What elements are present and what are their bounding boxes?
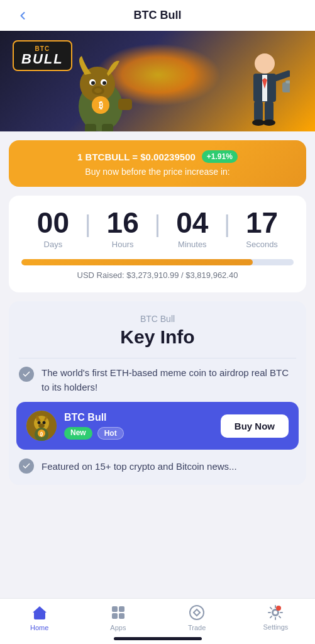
svg-text:₿: ₿ — [99, 100, 103, 110]
btc-bull-tags: New Hot — [64, 427, 124, 440]
divider-2: | — [155, 208, 161, 238]
svg-point-6 — [91, 81, 95, 85]
divider-1: | — [85, 208, 91, 238]
countdown-seconds: 17 Seconds — [230, 208, 294, 249]
trade-icon — [188, 604, 206, 621]
header: BTC Bull — [0, 0, 315, 31]
svg-rect-19 — [285, 80, 290, 84]
nav-label-settings: Settings — [263, 623, 289, 631]
nav-label-trade: Trade — [188, 624, 206, 631]
svg-point-26 — [38, 421, 41, 425]
minutes-value: 04 — [176, 208, 208, 237]
svg-point-13 — [255, 53, 275, 74]
tag-hot: Hot — [97, 427, 124, 440]
svg-point-23 — [263, 119, 275, 126]
buy-now-button[interactable]: Buy Now — [221, 414, 289, 438]
tag-new: New — [64, 427, 92, 440]
progress-container: USD Raised: $3,273,910.99 / $3,819,962.4… — [21, 259, 294, 280]
home-indicator — [114, 637, 202, 640]
days-value: 00 — [37, 208, 69, 237]
svg-rect-10 — [118, 99, 132, 110]
svg-rect-37 — [112, 613, 118, 619]
nav-item-apps[interactable]: Apps — [79, 604, 157, 631]
back-button[interactable] — [13, 6, 33, 26]
home-icon — [31, 604, 48, 621]
progress-fill — [21, 259, 253, 265]
svg-line-17 — [276, 74, 289, 78]
seconds-label: Seconds — [246, 240, 278, 249]
page-title: BTC Bull — [134, 9, 182, 22]
svg-rect-34 — [38, 614, 41, 619]
svg-rect-35 — [112, 606, 118, 612]
key-info-item-1: The world's first ETH-based meme coin to… — [19, 358, 296, 402]
key-info-text-1: The world's first ETH-based meme coin to… — [41, 366, 296, 394]
banner: BTC BULL ₿ — [0, 31, 315, 131]
countdown-days: 00 Days — [21, 208, 85, 249]
btc-bull-avatar: ₿ — [26, 411, 57, 441]
nav-item-settings[interactable]: Settings — [236, 604, 315, 631]
featured-preview: Featured on 15+ top crypto and Bitcoin n… — [19, 450, 296, 485]
progress-track — [21, 259, 294, 265]
countdown-minutes: 04 Minutes — [160, 208, 224, 249]
featured-check-icon — [19, 458, 34, 474]
svg-point-27 — [43, 421, 46, 425]
key-info-subtitle: BTC Bull — [19, 314, 296, 324]
nav-label-home: Home — [30, 624, 48, 631]
hours-label: Hours — [112, 240, 134, 249]
price-text: 1 BTCBULL = $0.00239500 — [77, 152, 196, 162]
svg-rect-21 — [265, 101, 274, 121]
btc-bull-card-left: ₿ BTC Bull New Hot — [26, 411, 124, 441]
check-icon-1 — [19, 367, 34, 382]
countdown-hours: 16 Hours — [91, 208, 155, 249]
minutes-label: Minutes — [178, 240, 207, 249]
btc-bull-card-name: BTC Bull — [64, 412, 124, 423]
svg-rect-11 — [85, 124, 96, 131]
featured-text: Featured on 15+ top crypto and Bitcoin n… — [41, 461, 237, 472]
key-info-title: Key Info — [19, 326, 296, 348]
btc-bull-buy-card: ₿ BTC Bull New Hot Buy Now — [16, 402, 299, 450]
apps-icon — [109, 604, 127, 621]
settings-icon-wrap — [267, 604, 284, 621]
bull-character: ₿ — [63, 50, 138, 131]
countdown-card: 00 Days | 16 Hours | 04 Minutes | 17 Sec… — [9, 196, 306, 292]
usd-raised: USD Raised: $3,273,910.99 / $3,819,962.4… — [21, 270, 294, 280]
main-content: 1 BTCBULL = $0.00239500 +1.91% Buy now b… — [0, 140, 315, 550]
price-badge: +1.91% — [202, 150, 238, 163]
key-info-section: BTC Bull Key Info The world's first ETH-… — [9, 301, 306, 485]
nav-label-apps: Apps — [110, 624, 126, 631]
nav-item-trade[interactable]: Trade — [158, 604, 236, 631]
hours-value: 16 — [107, 208, 139, 237]
svg-rect-12 — [102, 124, 113, 131]
seconds-value: 17 — [246, 208, 278, 237]
price-card: 1 BTCBULL = $0.00239500 +1.91% Buy now b… — [9, 140, 306, 187]
svg-point-9 — [94, 88, 102, 93]
man-character — [233, 50, 290, 125]
svg-rect-36 — [119, 606, 124, 612]
svg-rect-38 — [119, 613, 124, 619]
buy-before-text: Buy now before the price increase in: — [21, 167, 294, 177]
svg-point-7 — [102, 81, 106, 85]
divider-3: | — [224, 208, 230, 238]
svg-marker-33 — [33, 606, 47, 613]
nav-item-home[interactable]: Home — [0, 604, 79, 631]
svg-rect-20 — [254, 101, 263, 121]
days-label: Days — [44, 240, 63, 249]
svg-point-40 — [273, 610, 278, 615]
svg-point-39 — [190, 606, 204, 619]
btc-bull-info: BTC Bull New Hot — [64, 412, 124, 440]
svg-point-28 — [38, 424, 45, 428]
